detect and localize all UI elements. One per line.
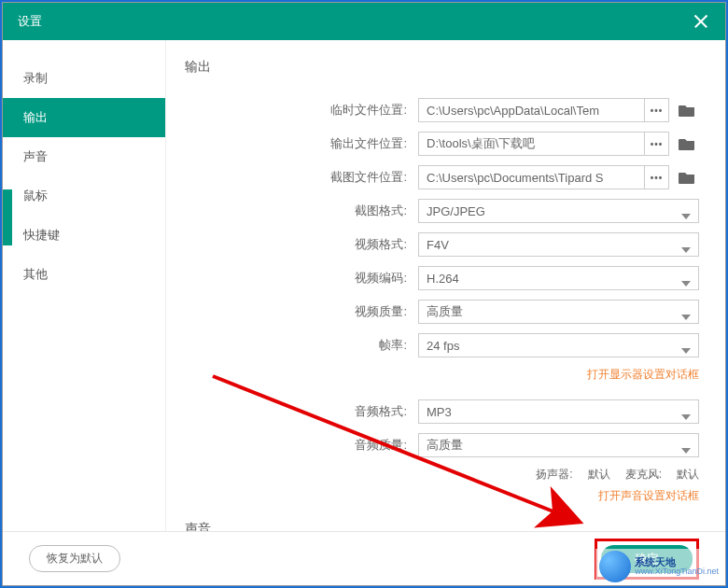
sidebar-item-other[interactable]: 其他: [3, 255, 165, 294]
restore-defaults-button[interactable]: 恢复为默认: [29, 545, 120, 572]
row-video-format: 视频格式: F4V: [185, 232, 699, 257]
audio-quality-value: 高质量: [427, 437, 463, 454]
sidebar-item-label: 其他: [23, 267, 48, 281]
video-quality-select[interactable]: 高质量: [418, 300, 699, 324]
chevron-down-icon: [681, 208, 691, 214]
browse-temp-button[interactable]: •••: [645, 98, 669, 122]
screenshot-format-value: JPG/JPEG: [427, 204, 485, 218]
watermark: 系统天地 www.XiTongTianDi.net: [595, 549, 722, 584]
chevron-down-icon: [681, 275, 691, 281]
temp-path-field[interactable]: C:\Users\pc\AppData\Local\Tem: [418, 98, 645, 122]
screenshot-path-field[interactable]: C:\Users\pc\Documents\Tipard S: [418, 165, 645, 189]
browse-screenshot-button[interactable]: •••: [645, 165, 669, 189]
row-audio-format: 音频格式: MP3: [185, 399, 699, 424]
left-edge-hint: [3, 189, 12, 245]
video-codec-value: H.264: [427, 272, 459, 286]
section-title-output: 输出: [185, 59, 699, 76]
chevron-down-icon: [681, 409, 691, 414]
label-audio-quality: 音频质量:: [185, 437, 418, 454]
browse-output-button[interactable]: •••: [645, 132, 669, 156]
mic-label: 麦克风:: [625, 467, 662, 483]
close-icon[interactable]: [692, 12, 710, 31]
sidebar-item-label: 快捷键: [23, 228, 60, 242]
output-path-field[interactable]: D:\tools\桌面\下载吧: [418, 132, 645, 156]
row-output-path: 输出文件位置: D:\tools\桌面\下载吧 •••: [185, 132, 699, 156]
label-fps: 帧率:: [185, 337, 418, 354]
titlebar: 设置: [3, 3, 725, 40]
sidebar-item-label: 录制: [23, 71, 48, 85]
section-title-sound: 声音: [185, 521, 699, 531]
label-audio-format: 音频格式:: [185, 403, 418, 420]
chevron-down-icon: [681, 343, 691, 348]
video-codec-select[interactable]: H.264: [418, 266, 699, 290]
sidebar-item-label: 声音: [23, 149, 48, 163]
sidebar-item-mouse[interactable]: 鼠标: [3, 176, 165, 216]
fps-value: 24 fps: [427, 339, 459, 353]
label-screenshot-format: 截图格式:: [185, 203, 418, 219]
globe-icon: [599, 551, 631, 582]
open-temp-folder-icon[interactable]: [675, 98, 699, 122]
speaker-value: 默认: [588, 467, 610, 483]
video-quality-value: 高质量: [427, 303, 463, 320]
row-temp-path: 临时文件位置: C:\Users\pc\AppData\Local\Tem ••…: [185, 98, 699, 122]
audio-format-value: MP3: [427, 405, 452, 419]
row-video-quality: 视频质量: 高质量: [185, 300, 699, 324]
video-format-value: F4V: [427, 238, 449, 252]
screenshot-format-select[interactable]: JPG/JPEG: [418, 199, 699, 223]
open-screenshot-folder-icon[interactable]: [675, 165, 699, 189]
chevron-down-icon: [681, 309, 691, 315]
window-title: 设置: [18, 13, 42, 30]
watermark-site: www.XiTongTianDi.net: [635, 567, 719, 577]
label-screenshot-path: 截图文件位置:: [185, 169, 418, 186]
sidebar-item-sound[interactable]: 声音: [3, 137, 165, 176]
row-audio-quality: 音频质量: 高质量: [185, 433, 699, 457]
row-fps: 帧率: 24 fps: [185, 333, 699, 357]
row-screenshot-path: 截图文件位置: C:\Users\pc\Documents\Tipard S •…: [185, 165, 699, 189]
content-panel: 输出 临时文件位置: C:\Users\pc\AppData\Local\Tem…: [166, 40, 725, 531]
speaker-label: 扬声器:: [536, 467, 572, 483]
chevron-down-icon: [681, 242, 691, 247]
audio-device-info: 扬声器: 默认 麦克风: 默认: [185, 467, 699, 483]
mic-value: 默认: [677, 467, 699, 483]
label-video-codec: 视频编码:: [185, 270, 418, 287]
sound-settings-link-row: 打开声音设置对话框: [185, 488, 699, 504]
body: 录制 输出 声音 鼠标 快捷键 其他 输出 临时文件位置: C:\Users\p…: [3, 40, 725, 531]
sidebar-item-record[interactable]: 录制: [3, 59, 165, 98]
sidebar: 录制 输出 声音 鼠标 快捷键 其他: [3, 40, 166, 531]
sidebar-item-hotkey[interactable]: 快捷键: [3, 216, 165, 255]
audio-format-select[interactable]: MP3: [418, 399, 699, 424]
sidebar-item-output[interactable]: 输出: [3, 98, 165, 137]
settings-window: 设置 录制 输出 声音 鼠标 快捷键 其他 输出 临时文件位置: C:\User…: [2, 2, 726, 586]
sidebar-item-label: 输出: [23, 110, 48, 124]
sidebar-item-label: 鼠标: [23, 189, 48, 203]
sound-settings-link[interactable]: 打开声音设置对话框: [598, 489, 699, 502]
label-temp-path: 临时文件位置:: [185, 102, 418, 119]
display-settings-link[interactable]: 打开显示器设置对话框: [587, 368, 699, 381]
display-settings-link-row: 打开显示器设置对话框: [185, 367, 699, 383]
video-format-select[interactable]: F4V: [418, 232, 699, 257]
row-video-codec: 视频编码: H.264: [185, 266, 699, 290]
label-video-format: 视频格式:: [185, 236, 418, 253]
row-screenshot-format: 截图格式: JPG/JPEG: [185, 199, 699, 223]
label-video-quality: 视频质量:: [185, 303, 418, 320]
fps-select[interactable]: 24 fps: [418, 333, 699, 357]
audio-quality-select[interactable]: 高质量: [418, 433, 699, 457]
open-output-folder-icon[interactable]: [675, 132, 699, 156]
chevron-down-icon: [681, 442, 691, 448]
label-output-path: 输出文件位置:: [185, 135, 418, 152]
